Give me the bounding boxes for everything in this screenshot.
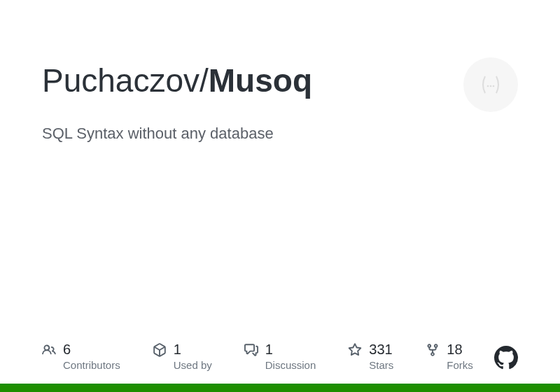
stat-label: Discussion (265, 359, 316, 371)
github-icon (494, 346, 518, 370)
contributors-icon (42, 343, 56, 357)
stat-contributors[interactable]: 6 Contributors (42, 342, 120, 371)
stat-count: 1 (174, 342, 181, 358)
stat-count: 18 (447, 342, 462, 358)
stats-group: 6 Contributors 1 Used by 1 Discussion 33… (42, 342, 473, 371)
svg-point-0 (487, 85, 489, 88)
stat-forks[interactable]: 18 Forks (426, 342, 473, 371)
star-icon (348, 343, 362, 357)
discussion-icon (244, 343, 258, 357)
repo-name[interactable]: Musoq (209, 62, 312, 99)
stat-usedby[interactable]: 1 Used by (153, 342, 212, 371)
stat-count: 331 (369, 342, 392, 358)
stat-count: 6 (63, 342, 71, 358)
stat-stars[interactable]: 331 Stars (348, 342, 393, 371)
svg-point-2 (493, 85, 495, 88)
repo-owner[interactable]: Puchaczov (42, 62, 200, 99)
usedby-icon (153, 343, 167, 357)
stat-label: Stars (369, 359, 393, 371)
github-logo[interactable] (494, 346, 518, 372)
repo-title: Puchaczov/Musoq (42, 62, 312, 100)
stat-label: Contributors (63, 359, 120, 371)
avatar-placeholder-icon (474, 68, 507, 102)
repo-description: SQL Syntax without any database (42, 125, 518, 143)
avatar[interactable] (463, 57, 518, 112)
stat-label: Used by (174, 359, 212, 371)
fork-icon (426, 343, 440, 357)
language-bar (0, 384, 560, 392)
title-separator: / (200, 62, 209, 99)
stat-discussion[interactable]: 1 Discussion (244, 342, 316, 371)
stat-label: Forks (447, 359, 473, 371)
stat-count: 1 (265, 342, 273, 358)
svg-point-1 (490, 85, 492, 88)
